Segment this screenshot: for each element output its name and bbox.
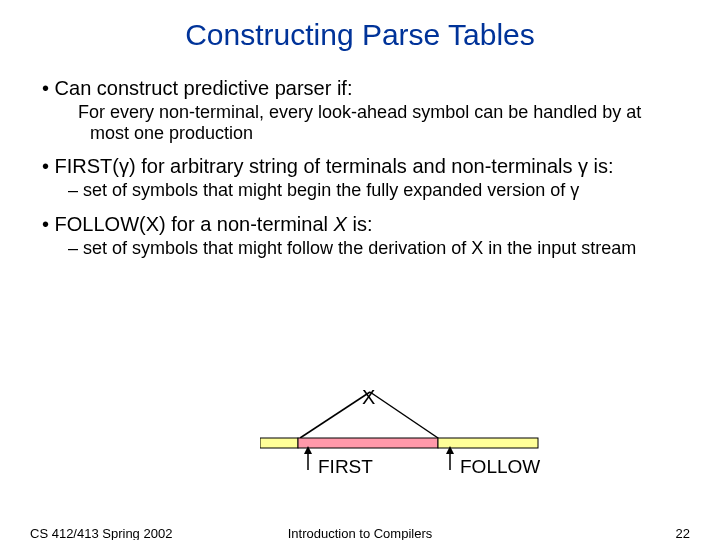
slide-title: Constructing Parse Tables: [0, 0, 720, 76]
svg-rect-3: [298, 438, 438, 448]
bullet-2-sub-pre: set of symbols that might begin the full…: [83, 180, 570, 200]
bullet-2-sub: set of symbols that might begin the full…: [14, 180, 720, 201]
diagram-x-label: X: [362, 386, 375, 409]
bullet-3: FOLLOW(X) for a non-terminal X is:: [18, 212, 720, 236]
svg-rect-2: [260, 438, 298, 448]
bullet-3-sub: set of symbols that might follow the der…: [14, 238, 720, 259]
bullet-2-post: is:: [588, 155, 614, 177]
gamma-1: γ: [119, 155, 129, 177]
svg-rect-4: [438, 438, 538, 448]
svg-line-1: [370, 392, 438, 438]
footer-right: 22: [676, 526, 690, 540]
bullet-2: FIRST(γ) for arbitrary string of termina…: [18, 154, 720, 178]
gamma-3: γ: [570, 180, 579, 200]
bullet-1: Can construct predictive parser if:: [18, 76, 720, 100]
bullet-2-pre: FIRST(: [55, 155, 119, 177]
bullet-3-x: X: [334, 213, 347, 235]
first-follow-diagram: X FIRST FOLLOW: [260, 390, 580, 480]
svg-line-0: [300, 392, 370, 438]
diagram-follow-label: FOLLOW: [460, 456, 540, 478]
footer-center: Introduction to Compilers: [0, 526, 720, 540]
bullet-3-post: is:: [347, 213, 373, 235]
bullet-2-mid: ) for arbitrary string of terminals and …: [129, 155, 578, 177]
gamma-2: γ: [578, 155, 588, 177]
bullet-3-pre: FOLLOW(X) for a non-terminal: [55, 213, 334, 235]
bullet-1-sub: For every non-terminal, every look-ahead…: [12, 102, 720, 144]
diagram-first-label: FIRST: [318, 456, 373, 478]
